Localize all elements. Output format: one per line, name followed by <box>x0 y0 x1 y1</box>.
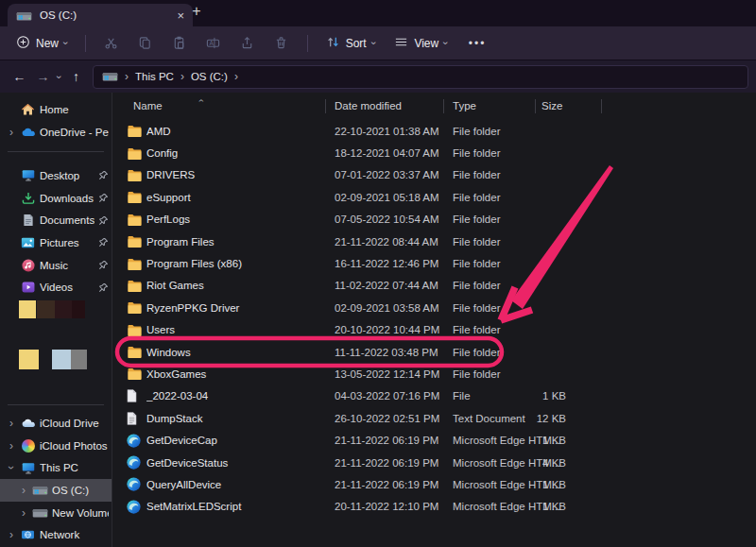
file-type: File folder <box>453 280 519 291</box>
chevron-right-icon[interactable]: › <box>7 529 16 540</box>
sidebar-item-label: OneDrive - Persona <box>40 127 109 138</box>
column-header-name[interactable]: Name <box>133 100 163 111</box>
forward-button[interactable]: → <box>31 69 55 84</box>
back-button[interactable]: ← <box>8 69 31 84</box>
file-row-dumpstack[interactable]: DumpStack26-10-2022 02:51 PMText Documen… <box>112 407 756 429</box>
file-row-getdevicecap[interactable]: GetDeviceCap21-11-2022 06:19 PMMicrosoft… <box>112 429 756 451</box>
file-rows: AMD22-10-2021 01:38 AMFile folderConfig1… <box>112 120 756 518</box>
column-divider[interactable] <box>535 99 536 113</box>
share-button[interactable] <box>231 31 265 55</box>
breadcrumb-this-pc[interactable]: This PC <box>135 71 174 82</box>
rename-button[interactable]: A <box>197 31 231 55</box>
recent-locations-button[interactable]: › <box>55 72 64 82</box>
breadcrumb-chevron-icon: › <box>125 70 129 83</box>
file-row-ryzenppkg-driver[interactable]: RyzenPPKG Driver02-09-2021 03:58 AMFile … <box>112 297 756 318</box>
file-row-amd[interactable]: AMD22-10-2021 01:38 AMFile folder <box>112 120 756 142</box>
file-row-2022-03-04[interactable]: _2022-03-0404-03-2022 07:16 PMFile1 KB <box>112 385 756 407</box>
cut-button[interactable] <box>94 31 129 55</box>
sidebar-item-desktop[interactable]: Desktop <box>0 164 112 187</box>
sidebar-item-icloud-photos[interactable]: ›iCloud Photos <box>0 435 112 457</box>
file-date-modified: 20-10-2022 10:44 PM <box>335 324 453 335</box>
thumbnail-image[interactable] <box>19 350 39 369</box>
onedrive-icon <box>20 127 36 137</box>
file-name: SetMatrixLEDScript <box>146 501 335 512</box>
sidebar-item-os-c[interactable]: ›OS (C:) <box>0 479 112 502</box>
column-header-size[interactable]: Size <box>541 100 562 111</box>
sidebar-item-pictures[interactable]: Pictures <box>0 231 112 254</box>
thispc-icon <box>20 462 36 474</box>
view-button[interactable]: View › <box>385 31 456 56</box>
chevron-down-icon[interactable]: › <box>6 463 17 472</box>
file-name: AMD <box>146 126 335 137</box>
pin-icon <box>98 260 109 270</box>
chevron-right-icon[interactable]: › <box>7 440 16 452</box>
chevron-right-icon[interactable]: › <box>19 507 28 519</box>
file-row-riot-games[interactable]: Riot Games11-02-2022 07:44 AMFile folder <box>112 275 756 297</box>
tab-title: OS (C:) <box>40 9 169 21</box>
edge-icon <box>127 434 146 448</box>
sidebar-item-home[interactable]: Home <box>0 98 112 121</box>
file-row-drivers[interactable]: DRIVERS07-01-2022 03:37 AMFile folder <box>112 164 756 186</box>
thumbnail-image[interactable] <box>37 300 55 318</box>
file-type: File folder <box>453 258 519 269</box>
file-row-setmatrixledscript[interactable]: SetMatrixLEDScript20-11-2022 12:10 PMMic… <box>112 496 756 518</box>
network-icon <box>20 529 36 540</box>
file-name: RyzenPPKG Driver <box>146 302 335 314</box>
thumbnail-image[interactable] <box>55 300 72 318</box>
chevron-right-icon[interactable]: › <box>7 418 16 429</box>
file-row-program-files-x86[interactable]: Program Files (x86)16-11-2022 12:46 PMFi… <box>112 252 756 274</box>
file-row-getdevicestatus[interactable]: GetDeviceStatus21-11-2022 06:19 PMMicros… <box>112 452 756 473</box>
sidebar-item-videos[interactable]: Videos <box>0 276 112 299</box>
file-row-users[interactable]: Users20-10-2022 10:44 PMFile folder <box>112 319 756 341</box>
tab-close-icon[interactable]: × <box>177 9 184 22</box>
column-divider[interactable] <box>443 99 444 113</box>
sidebar-item-label: Pictures <box>40 237 94 248</box>
file-date-modified: 13-05-2022 12:14 PM <box>335 368 453 380</box>
explorer-tab[interactable]: OS (C:) × <box>8 4 193 26</box>
file-size: 1 KB <box>519 501 566 512</box>
sidebar-item-documents[interactable]: Documents <box>0 209 112 231</box>
sidebar-item-network[interactable]: ›Network <box>0 523 112 546</box>
file-row-windows[interactable]: Windows11-11-2022 03:48 PMFile folder <box>112 341 756 363</box>
copy-button[interactable] <box>129 31 163 55</box>
music-icon <box>20 259 36 272</box>
column-divider[interactable] <box>325 99 326 113</box>
thumbnail-image[interactable] <box>19 300 36 318</box>
new-button[interactable]: New › <box>8 31 77 56</box>
sort-button[interactable]: Sort › <box>317 31 386 56</box>
folder-icon <box>127 235 146 248</box>
file-row-perflogs[interactable]: PerfLogs07-05-2022 10:54 AMFile folder <box>112 209 756 231</box>
file-row-queryalldevice[interactable]: QueryAllDevice21-11-2022 06:19 PMMicroso… <box>112 473 756 495</box>
file-row-esupport[interactable]: eSupport02-09-2021 05:18 AMFile folder <box>112 186 756 208</box>
file-type: Text Document <box>453 413 519 424</box>
sidebar-item-downloads[interactable]: Downloads <box>0 187 112 210</box>
sidebar-item-icloud-drive[interactable]: ›iCloud Drive <box>0 412 112 435</box>
column-divider[interactable] <box>601 99 602 113</box>
thumbnail-image[interactable] <box>72 300 85 318</box>
sidebar-item-new-volume-d[interactable]: ›New Volume (D:) <box>0 502 112 524</box>
file-row-config[interactable]: Config18-12-2021 04:07 AMFile folder <box>112 142 756 163</box>
paste-button[interactable] <box>163 31 197 55</box>
sidebar-item-onedrive-persona[interactable]: ›OneDrive - Persona <box>0 121 112 144</box>
breadcrumb-os-c[interactable]: OS (C:) <box>191 71 228 82</box>
chevron-right-icon[interactable]: › <box>7 127 16 138</box>
file-date-modified: 26-10-2022 02:51 PM <box>335 413 453 424</box>
chevron-right-icon[interactable]: › <box>19 485 28 496</box>
sidebar-item-music[interactable]: Music <box>0 254 112 277</box>
thumbnail-image[interactable] <box>52 350 71 369</box>
file-row-program-files[interactable]: Program Files21-11-2022 08:44 AMFile fol… <box>112 231 756 252</box>
new-tab-button[interactable]: + <box>187 3 206 20</box>
file-type: File folder <box>453 368 519 380</box>
thumbnail-image[interactable] <box>71 350 87 369</box>
documents-icon <box>20 214 36 227</box>
file-row-xboxgames[interactable]: XboxGames13-05-2022 12:14 PMFile folder <box>112 363 756 385</box>
see-more-button[interactable]: ••• <box>457 33 498 54</box>
address-bar[interactable]: › This PC › OS (C:) › <box>93 65 748 89</box>
drive-icon <box>102 71 118 83</box>
sidebar-item-this-pc[interactable]: ›This PC <box>0 456 112 479</box>
folder-icon <box>127 301 146 314</box>
column-header-date-modified[interactable]: Date modified <box>335 100 402 111</box>
up-button[interactable]: ↑ <box>64 69 88 84</box>
delete-button[interactable] <box>265 31 299 55</box>
column-header-type[interactable]: Type <box>453 100 476 111</box>
